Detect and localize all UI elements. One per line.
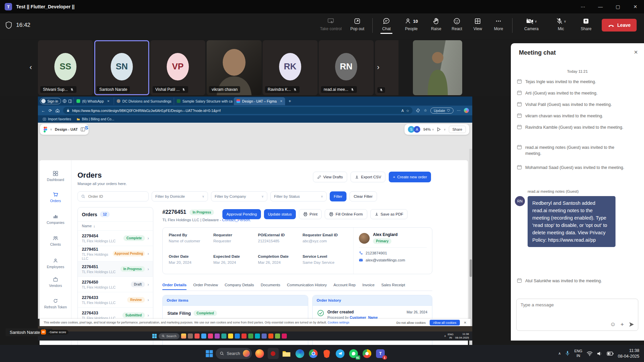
reload-icon[interactable]: ⟳ xyxy=(49,108,52,113)
update-status-button[interactable]: Update status xyxy=(264,209,296,219)
order-row[interactable]: 2276433TL Flex Holdings LLC Review › xyxy=(78,292,153,307)
mini-app-icon[interactable] xyxy=(262,334,267,339)
mini-app-icon[interactable] xyxy=(181,334,186,339)
collaborator-avatar[interactable]: A xyxy=(414,126,420,133)
camera-button[interactable]: ∨ Camera xyxy=(516,16,547,32)
react-button[interactable]: React xyxy=(446,16,467,32)
pop-out-button[interactable]: Pop out xyxy=(345,16,369,32)
new-tab-icon[interactable]: + xyxy=(288,99,291,104)
contact-phone[interactable]: 2123874901 xyxy=(359,251,427,255)
mini-app-icon[interactable] xyxy=(221,334,226,339)
read-aloud-icon[interactable]: A xyxy=(401,109,404,113)
shared-language-indicator[interactable]: ENGIN xyxy=(448,333,453,339)
back-icon[interactable]: ← xyxy=(41,108,45,113)
tiles-next-icon[interactable]: › xyxy=(377,63,379,72)
mini-app-icon[interactable] xyxy=(195,334,200,339)
tab-communication-history[interactable]: Communication History xyxy=(287,283,327,290)
tab-order-preview[interactable]: Order Preview xyxy=(193,283,218,290)
mini-app-icon[interactable] xyxy=(282,334,287,339)
taskbar-search[interactable]: Search xyxy=(216,348,252,359)
filter-status-select[interactable]: Filter by Status∨ xyxy=(270,191,327,201)
mini-app-icon[interactable] xyxy=(188,334,193,339)
browser-workspaces-icon[interactable] xyxy=(62,99,67,103)
present-icon[interactable] xyxy=(437,127,441,131)
save-as-pdf-button[interactable]: Save as PDF xyxy=(370,209,408,219)
approval-pending-button[interactable]: Approval Pending xyxy=(222,209,261,219)
browser-menu-icon[interactable]: ⋯ xyxy=(457,108,461,113)
mini-app-icon[interactable] xyxy=(215,334,220,339)
browser-scrollbar[interactable] xyxy=(469,149,472,345)
tray-mic-icon[interactable] xyxy=(565,351,570,356)
tab-invoice[interactable]: Invoice xyxy=(362,283,374,290)
browser-tab[interactable]: (6) WhatsApp✕ xyxy=(73,98,112,105)
browser-signin-button[interactable]: Sign in xyxy=(40,98,61,104)
whatsapp-icon[interactable]: 81 xyxy=(348,348,359,359)
browser-tab-actions-icon[interactable] xyxy=(68,99,72,103)
figma-file-menu[interactable]: ∨ Design - UAT xyxy=(40,124,89,135)
tab-account-rep[interactable]: Account Rep xyxy=(333,283,356,290)
favorite-star-icon[interactable]: ☆ xyxy=(406,109,409,113)
mini-app-icon[interactable] xyxy=(201,334,206,339)
edge-icon[interactable] xyxy=(294,348,306,359)
tab-close-icon[interactable]: ✕ xyxy=(280,100,283,103)
chat-close-icon[interactable]: ✕ xyxy=(634,49,638,55)
mic-button[interactable]: ∨ Mic xyxy=(547,16,575,32)
sidebar-item-refresh-token[interactable]: Refresh Token xyxy=(40,298,71,309)
cookie-settings-link[interactable]: Cookies settings xyxy=(328,321,350,324)
cookie-close-icon[interactable]: ✕ xyxy=(464,321,467,324)
video-tile[interactable]: vikram chavan xyxy=(207,40,262,95)
chat-input-box[interactable]: ☺ + xyxy=(516,299,638,331)
dark-app-icon[interactable] xyxy=(268,348,279,359)
browser-update-button[interactable]: Update xyxy=(430,108,453,114)
order-id-input[interactable] xyxy=(88,194,145,199)
mini-app-icon[interactable] xyxy=(268,334,273,339)
tiles-prev-icon[interactable]: ‹ xyxy=(30,63,32,72)
deny-cookies-button[interactable]: Do not allow cookies xyxy=(396,321,426,324)
titlebar-more-icon[interactable]: ⋯ xyxy=(574,0,592,13)
filter-domicile-select[interactable]: Filter by Domicile∨ xyxy=(152,191,208,201)
video-tile[interactable]: VP Vishal Patil ... xyxy=(150,40,205,95)
telegram-icon[interactable] xyxy=(335,348,346,359)
sidebar-item-vendors[interactable]: Vendors xyxy=(40,277,71,288)
shared-search-pill[interactable]: Search xyxy=(159,333,179,339)
emoji-icon[interactable]: ☺ xyxy=(610,321,616,328)
filter-company-select[interactable]: Filter by Company∨ xyxy=(211,191,267,201)
shared-start-icon[interactable] xyxy=(152,334,157,339)
video-tile[interactable]: SS Shivani Sup... xyxy=(38,40,93,95)
filter-apply-button[interactable]: Filter xyxy=(330,191,346,201)
mic-chevron-icon[interactable]: ∨ xyxy=(564,19,566,23)
volume-icon[interactable] xyxy=(597,351,602,356)
video-tile[interactable]: RK Ravindra K... xyxy=(263,40,318,95)
wifi-icon[interactable] xyxy=(587,351,593,356)
send-icon[interactable] xyxy=(629,321,635,327)
order-row[interactable]: 2276450TL Flex Holdings LLC Draft › xyxy=(78,277,153,292)
brave-icon[interactable] xyxy=(321,348,332,359)
home-icon[interactable] xyxy=(55,108,60,113)
raise-hand-button[interactable]: Raise xyxy=(426,16,446,32)
maximize-icon[interactable]: ▢ xyxy=(609,0,627,13)
contact-email[interactable]: alex@vstatefilings.com xyxy=(359,258,427,262)
mini-app-icon[interactable] xyxy=(228,334,233,339)
sidebar-item-clients[interactable]: Clients xyxy=(40,236,71,246)
view-button[interactable]: View xyxy=(467,16,488,32)
mini-app-icon[interactable] xyxy=(241,334,247,339)
people-button[interactable]: 10 People xyxy=(397,16,426,32)
figma-share-button[interactable]: Share xyxy=(449,126,466,133)
order-row-selected[interactable]: 2276451TL Flex Holdings LLC In Progress … xyxy=(78,261,153,277)
video-tile[interactable]: RN read.ai mee... xyxy=(319,40,374,95)
mini-app-icon[interactable] xyxy=(235,334,240,339)
more-button[interactable]: More xyxy=(488,16,509,32)
tab-close-icon[interactable]: ✕ xyxy=(107,100,110,103)
bookmark-item[interactable]: Import favorites xyxy=(43,117,71,121)
tab-order-details[interactable]: Order Details xyxy=(162,283,186,290)
allow-cookies-button[interactable]: Allow all cookies xyxy=(430,320,460,325)
tab-company-details[interactable]: Company Details xyxy=(225,283,254,290)
order-id-search[interactable] xyxy=(77,191,149,201)
shared-tray-chevron-icon[interactable]: ∧ xyxy=(444,335,446,338)
chrome-profile-icon[interactable] xyxy=(362,348,373,359)
create-new-order-button[interactable]: + Create new order xyxy=(389,172,431,182)
zoom-select[interactable]: 94%∨ xyxy=(423,127,434,131)
sidebar-item-dashboard[interactable]: Dashboard xyxy=(40,171,71,182)
present-chevron-icon[interactable]: ∨ xyxy=(444,128,446,131)
fill-online-form-button[interactable]: Fill Online Form xyxy=(325,209,367,219)
